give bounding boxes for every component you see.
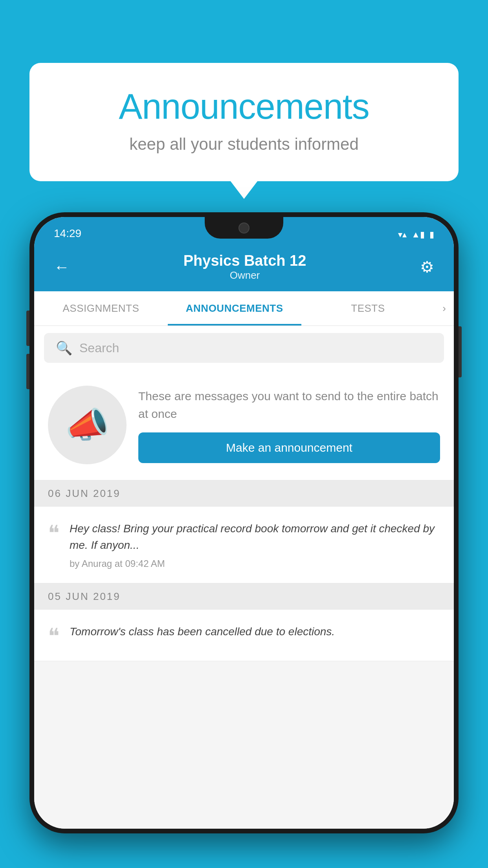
promo-content: These are messages you want to send to t… (138, 387, 440, 463)
search-icon: 🔍 (56, 340, 72, 356)
volume-up-button (26, 311, 29, 346)
quote-icon-2: ❝ (48, 625, 60, 647)
quote-icon-1: ❝ (48, 522, 60, 544)
main-subtitle: keep all your students informed (61, 135, 427, 154)
search-bar[interactable]: 🔍 Search (44, 333, 444, 363)
tab-announcements[interactable]: ANNOUNCEMENTS (168, 291, 301, 326)
status-icons: ▾▴ ▲▮ ▮ (398, 230, 434, 240)
date-label-1: 06 JUN 2019 (48, 487, 121, 499)
signal-icon: ▲▮ (411, 230, 425, 240)
announcement-content-2: Tomorrow's class has been cancelled due … (70, 623, 440, 645)
phone-notch (205, 217, 283, 239)
tab-more[interactable]: › (435, 291, 454, 326)
volume-down-button (26, 354, 29, 389)
settings-button[interactable]: ⚙ (420, 258, 434, 276)
batch-subtitle: Owner (70, 269, 420, 281)
date-label-2: 05 JUN 2019 (48, 590, 121, 602)
make-announcement-button[interactable]: Make an announcement (138, 432, 440, 463)
phone-mockup: 14:29 ▾▴ ▲▮ ▮ ← Physics Batch 12 Owner ⚙ (29, 212, 459, 833)
phone-container: 14:29 ▾▴ ▲▮ ▮ ← Physics Batch 12 Owner ⚙ (29, 212, 459, 868)
back-button[interactable]: ← (54, 258, 70, 276)
header-title-group: Physics Batch 12 Owner (70, 252, 420, 281)
power-button (459, 326, 462, 377)
promo-description: These are messages you want to send to t… (138, 387, 440, 423)
search-container: 🔍 Search (34, 326, 454, 370)
main-title: Announcements (61, 86, 427, 127)
megaphone-icon: 📣 (65, 405, 109, 446)
date-divider-1: 06 JUN 2019 (34, 480, 454, 507)
announcement-item-1[interactable]: ❝ Hey class! Bring your practical record… (34, 507, 454, 583)
announcement-item-2[interactable]: ❝ Tomorrow's class has been cancelled du… (34, 610, 454, 661)
announcement-meta-1: by Anurag at 09:42 AM (70, 558, 440, 569)
front-camera (238, 223, 250, 234)
promo-card: 📣 These are messages you want to send to… (34, 370, 454, 480)
announcement-text-2: Tomorrow's class has been cancelled due … (70, 623, 440, 640)
phone-screen: 14:29 ▾▴ ▲▮ ▮ ← Physics Batch 12 Owner ⚙ (34, 217, 454, 829)
wifi-icon: ▾▴ (398, 230, 407, 240)
speech-bubble-section: Announcements keep all your students inf… (29, 63, 459, 181)
search-placeholder: Search (79, 341, 119, 355)
tab-tests[interactable]: TESTS (301, 291, 435, 326)
announcement-content-1: Hey class! Bring your practical record b… (70, 520, 440, 569)
tab-assignments[interactable]: ASSIGNMENTS (34, 291, 168, 326)
batch-title: Physics Batch 12 (70, 252, 420, 269)
tabs-bar: ASSIGNMENTS ANNOUNCEMENTS TESTS › (34, 291, 454, 326)
speech-bubble-card: Announcements keep all your students inf… (29, 63, 459, 181)
content-area: 🔍 Search 📣 These are messages you want t… (34, 326, 454, 829)
status-time: 14:29 (54, 227, 81, 240)
promo-icon-circle: 📣 (48, 386, 127, 464)
battery-icon: ▮ (429, 230, 434, 240)
app-header: ← Physics Batch 12 Owner ⚙ (34, 245, 454, 291)
announcement-text-1: Hey class! Bring your practical record b… (70, 520, 440, 554)
date-divider-2: 05 JUN 2019 (34, 583, 454, 610)
